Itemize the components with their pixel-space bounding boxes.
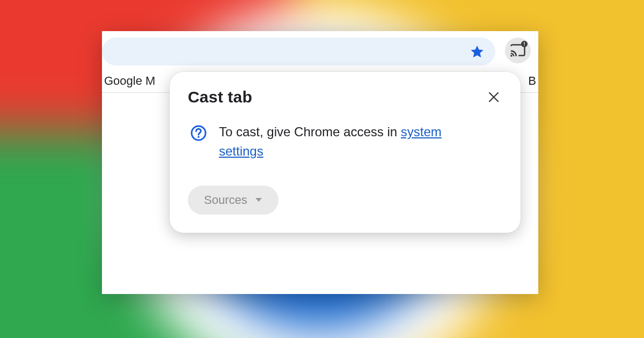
bookmark-item[interactable]: Google M (104, 74, 155, 88)
sources-label: Sources (204, 193, 247, 207)
popup-title: Cast tab (188, 88, 252, 106)
close-button[interactable] (485, 89, 502, 106)
bookmark-item[interactable]: B (528, 74, 536, 88)
chrome-window: Google M B Cast tab To cast, give Chrome… (102, 31, 538, 294)
cast-toolbar-button[interactable] (505, 38, 531, 63)
permission-message: To cast, give Chrome access in system se… (219, 122, 477, 161)
cast-popup: Cast tab To cast, give Chrome access in … (170, 72, 521, 233)
svg-point-5 (197, 136, 200, 138)
permission-message-text: To cast, give Chrome access in (219, 124, 401, 139)
help-icon (190, 124, 207, 144)
alert-badge-icon (521, 41, 528, 47)
svg-point-0 (510, 55, 513, 57)
toolbar (102, 31, 538, 70)
sources-dropdown[interactable]: Sources (188, 186, 279, 215)
omnibox[interactable] (102, 38, 495, 65)
close-icon (488, 91, 500, 103)
svg-rect-2 (524, 42, 525, 45)
svg-rect-3 (524, 45, 525, 46)
chevron-down-icon (255, 197, 262, 203)
star-icon[interactable] (470, 44, 485, 59)
